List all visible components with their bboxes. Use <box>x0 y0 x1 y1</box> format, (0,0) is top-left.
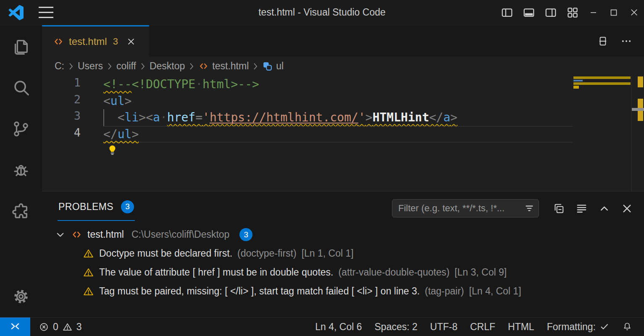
code-token[interactable]: href <box>167 110 195 124</box>
tab-problems[interactable]: PROBLEMS 3 <box>58 193 135 221</box>
code-token[interactable]: >< <box>139 110 153 124</box>
status-cursor-position[interactable]: Ln 4, Col 6 <box>315 321 362 333</box>
breadcrumb-segment-coliff[interactable]: coliff <box>116 60 136 72</box>
notifications-bell-icon[interactable] <box>622 322 632 332</box>
code-token[interactable]: > <box>131 127 139 141</box>
search-icon[interactable] <box>11 78 31 97</box>
minimize-button[interactable] <box>584 0 604 25</box>
html-file-icon <box>198 61 209 71</box>
title-bar: test.html - Visual Studio Code <box>0 0 644 25</box>
tab-close-icon[interactable] <box>126 37 136 46</box>
code-token[interactable]: html>--> <box>202 77 259 91</box>
menu-icon[interactable] <box>39 7 53 18</box>
filter-input[interactable] <box>392 199 539 218</box>
tab-test-html[interactable]: test.html 3 <box>42 25 149 57</box>
breadcrumb-label: Users <box>78 60 103 72</box>
code-token[interactable]: > <box>450 110 457 124</box>
chevron-right-icon <box>68 62 74 71</box>
problem-location: [Ln 1, Col 1] <box>302 248 354 259</box>
html-file-icon <box>53 36 64 47</box>
problem-message: The value of attribute [ href ] must be … <box>99 267 333 278</box>
toggle-primary-sidebar-icon[interactable] <box>496 0 518 25</box>
code-token[interactable]: <!DOCTYPE <box>131 77 195 91</box>
code-token[interactable]: ul <box>110 94 125 108</box>
code-line-3[interactable]: <li><a·href='https://htmlhint.com/'>HTML… <box>103 109 573 126</box>
breadcrumb-segment-desktop[interactable]: Desktop <box>150 60 185 72</box>
code-line-2[interactable]: <ul> <box>103 93 573 110</box>
code-token[interactable]: <!-- <box>103 77 131 91</box>
customize-layout-icon[interactable] <box>562 0 584 25</box>
problems-file-badge: 3 <box>239 228 252 241</box>
maximize-button[interactable] <box>604 0 624 25</box>
problems-list: test.htmlC:\Users\coliff\Desktop3Doctype… <box>42 225 644 301</box>
code-token[interactable]: · <box>160 110 167 124</box>
code-token[interactable]: a <box>153 110 160 124</box>
breadcrumb-segment-users[interactable]: Users <box>78 60 103 72</box>
code-token[interactable]: https://htmlhint.com/ <box>210 110 358 124</box>
warning-squiggle: href='https://htmlhint.com/'>HTMLHint</a… <box>167 110 457 124</box>
code-token[interactable]: = <box>195 110 202 124</box>
problem-message: Tag must be paired, missing: [ </li> ], … <box>99 286 420 297</box>
breadcrumb-segment-file[interactable]: test.html <box>198 60 249 72</box>
problem-item[interactable]: The value of attribute [ href ] must be … <box>42 263 644 282</box>
code-line-1[interactable]: <!--<!DOCTYPE·html>--> <box>103 76 573 93</box>
status-formatting[interactable]: Formatting: <box>547 321 610 333</box>
chevron-right-icon <box>140 62 146 71</box>
indent-guide <box>103 109 104 126</box>
breadcrumb-segment-drive[interactable]: C: <box>55 60 64 72</box>
settings-gear-icon[interactable] <box>11 287 31 306</box>
status-language[interactable]: HTML <box>508 321 534 333</box>
warning-count: 3 <box>76 321 82 333</box>
activity-bar <box>0 25 42 317</box>
code-token[interactable]: </ <box>103 127 118 141</box>
toggle-secondary-sidebar-icon[interactable] <box>540 0 562 25</box>
window-title: test.html - Visual Studio Code <box>258 7 386 18</box>
breadcrumb-segment-symbol[interactable]: ul <box>262 60 284 72</box>
problem-item[interactable]: Tag must be paired, missing: [ </li> ], … <box>42 282 644 301</box>
close-button[interactable] <box>624 0 644 25</box>
code-lines: <!--<!DOCTYPE·html>--><ul> <li><a·href='… <box>103 76 573 142</box>
status-indentation[interactable]: Spaces: 2 <box>375 321 418 333</box>
breadcrumb-label: C: <box>55 60 64 72</box>
code-token[interactable]: · <box>195 77 202 91</box>
status-problems[interactable]: 0 3 <box>39 321 82 333</box>
minimap[interactable] <box>573 76 631 191</box>
explorer-icon[interactable] <box>11 37 31 56</box>
problem-rule: (doctype-first) <box>237 248 297 259</box>
close-panel-icon[interactable] <box>621 202 633 215</box>
code-token[interactable]: ' <box>358 110 365 124</box>
line-number: 1 <box>42 76 103 93</box>
overview-ruler[interactable] <box>631 76 644 191</box>
collapse-all-icon[interactable] <box>553 202 565 215</box>
source-control-icon[interactable] <box>11 119 31 139</box>
status-eol[interactable]: CRLF <box>470 321 495 333</box>
problems-file-name: test.html <box>87 229 124 240</box>
lightbulb-icon[interactable] <box>107 111 135 190</box>
remote-indicator[interactable] <box>0 318 30 336</box>
breadcrumb-label: Desktop <box>150 60 185 72</box>
code-line-4[interactable]: </ul> <box>103 126 573 143</box>
code-token[interactable]: </ <box>429 110 443 124</box>
code-editor[interactable]: 1234 <!--<!DOCTYPE·html>--><ul> <li><a·h… <box>42 76 644 191</box>
status-encoding[interactable]: UTF-8 <box>430 321 457 333</box>
view-as-table-icon[interactable] <box>576 202 588 215</box>
tab-label: test.html <box>69 36 107 47</box>
extensions-icon[interactable] <box>11 202 31 221</box>
code-token[interactable]: ' <box>202 110 210 124</box>
code-token[interactable]: ul <box>118 127 132 141</box>
code-token[interactable]: > <box>365 110 373 124</box>
problem-item[interactable]: Doctype must be declared first.(doctype-… <box>42 244 644 263</box>
vscode-logo-icon <box>8 5 24 20</box>
split-editor-icon[interactable] <box>597 35 609 47</box>
more-actions-icon[interactable] <box>620 35 632 47</box>
tab-bar: test.html 3 <box>42 25 644 57</box>
error-count-icon <box>39 322 49 332</box>
problems-file-row[interactable]: test.htmlC:\Users\coliff\Desktop3 <box>42 225 644 244</box>
code-token[interactable]: < <box>103 94 110 108</box>
code-token[interactable]: > <box>125 94 132 108</box>
toggle-panel-icon[interactable] <box>518 0 540 25</box>
maximize-panel-icon[interactable] <box>598 202 610 215</box>
code-token[interactable]: a <box>443 110 450 124</box>
run-debug-icon[interactable] <box>11 160 31 180</box>
code-token[interactable]: HTMLHint <box>373 110 429 124</box>
